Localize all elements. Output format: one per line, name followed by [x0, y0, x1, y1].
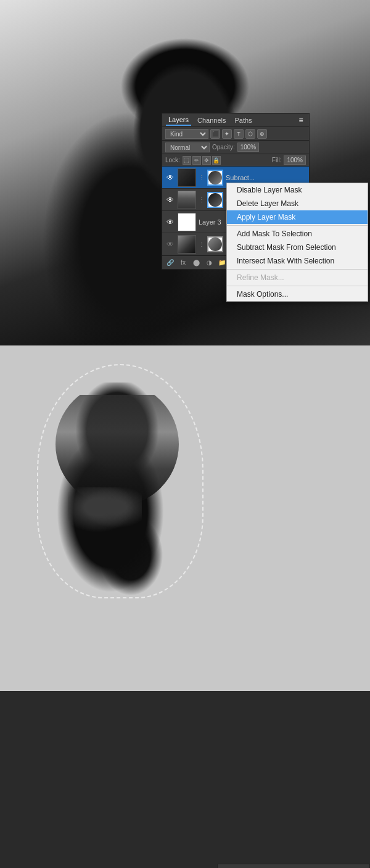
fill-label-top: Fill:	[272, 157, 282, 163]
bottom-dark-area	[0, 691, 370, 868]
layer-thumb-1	[178, 191, 196, 209]
layer-chain-3[interactable]: ⋮	[199, 241, 205, 247]
filter-smart-icon[interactable]: ⊕	[257, 129, 267, 139]
ctx-mask-options[interactable]: Mask Options...	[227, 287, 368, 301]
kind-toolbar-top: Kind ⬛ ✦ T ⬡ ⊕	[162, 127, 309, 141]
lock-pixels-icon[interactable]: ⬚	[183, 156, 191, 165]
top-photo-area: Layers Channels Paths ≡ Kind ⬛ ✦ T ⬡ ⊕ N…	[0, 0, 370, 345]
tab-channels-top[interactable]: Channels	[195, 115, 228, 125]
kind-icon-row-top: ⬛ ✦ T ⬡ ⊕	[210, 129, 267, 139]
lock-paint-icon[interactable]: ✏	[192, 156, 201, 165]
panel-menu-button-top[interactable]: ≡	[297, 116, 305, 125]
ctx-subtract-mask[interactable]: Subtract Mask From Selection	[227, 241, 368, 254]
layer-eye-2[interactable]: 👁	[165, 217, 175, 227]
lock-move-icon[interactable]: ✥	[202, 156, 211, 165]
layer-mask-3[interactable]	[207, 236, 223, 252]
blend-select-top[interactable]: Normal	[165, 143, 210, 152]
layer-thumb-0	[178, 168, 196, 187]
filter-shape-icon[interactable]: ⬡	[245, 129, 255, 139]
lock-all-icon[interactable]: 🔒	[212, 156, 221, 165]
tab-layers-top[interactable]: Layers	[166, 115, 191, 126]
fill-value-top[interactable]: 100%	[284, 155, 306, 165]
link-icon[interactable]: 🔗	[165, 257, 176, 268]
blend-opacity-row-top: Normal Opacity: 100%	[162, 141, 309, 154]
layer-eye-3[interactable]: 👁	[165, 239, 175, 249]
layer-mask-0[interactable]	[207, 170, 223, 186]
fx-icon[interactable]: fx	[178, 257, 189, 268]
layer-thumb-2	[178, 213, 196, 231]
face-features	[68, 487, 142, 537]
mask-icon[interactable]: ⬤	[191, 257, 202, 268]
bottom-photo-area: Layers Channels Paths ≡ Kind ⬛ ✦ T ⬡ ⊕ O…	[0, 345, 370, 868]
tab-layers-bottom[interactable]: Layers	[221, 866, 247, 869]
layers-panel-bottom: Layers Channels Paths ≡ Kind ⬛ ✦ T ⬡ ⊕ O…	[217, 864, 370, 868]
context-menu-top: Disable Layer Mask Delete Layer Mask App…	[226, 183, 368, 302]
filter-type-icon[interactable]: T	[234, 129, 244, 139]
bottom-person-area	[0, 345, 247, 691]
panel-header-top: Layers Channels Paths ≡	[162, 114, 309, 127]
filter-pixel-icon[interactable]: ⬛	[210, 129, 220, 139]
layer-eye-1[interactable]: 👁	[165, 195, 175, 205]
filter-adjust-icon[interactable]: ✦	[222, 129, 232, 139]
ctx-delete-mask[interactable]: Delete Layer Mask	[227, 197, 368, 210]
ctx-sep-1	[227, 225, 368, 226]
layer-label-0: Subract...	[226, 174, 306, 181]
layer-thumb-3	[178, 235, 196, 254]
tab-paths-top[interactable]: Paths	[232, 115, 255, 125]
lock-icons-top: ⬚ ✏ ✥ 🔒	[183, 156, 221, 165]
adjustment-icon[interactable]: ◑	[204, 257, 215, 268]
layer-eye-0[interactable]: 👁	[165, 173, 175, 183]
lock-label-top: Lock:	[165, 157, 180, 163]
ctx-intersect-mask[interactable]: Intersect Mask With Selection	[227, 254, 368, 268]
ctx-apply-mask[interactable]: Apply Layer Mask	[227, 210, 368, 224]
ctx-add-mask-selection[interactable]: Add Mask To Selection	[227, 227, 368, 241]
ctx-refine-mask: Refine Mask...	[227, 271, 368, 284]
layer-chain-1[interactable]: ⋮	[199, 196, 205, 203]
opacity-label-top: Opacity:	[212, 144, 235, 151]
panel-header-bottom: Layers Channels Paths ≡	[218, 864, 369, 868]
tab-channels-bottom[interactable]: Channels	[250, 866, 284, 869]
layer-mask-1[interactable]	[207, 192, 223, 208]
tab-paths-bottom[interactable]: Paths	[288, 866, 310, 869]
ctx-sep-2	[227, 269, 368, 270]
kind-select-top[interactable]: Kind	[165, 129, 208, 139]
ctx-disable-mask[interactable]: Disable Layer Mask	[227, 183, 368, 197]
ctx-sep-3	[227, 286, 368, 286]
lock-fill-row-top: Lock: ⬚ ✏ ✥ 🔒 Fill: 100%	[162, 154, 309, 167]
layer-chain-0[interactable]: ⋮	[199, 174, 205, 181]
opacity-value-top[interactable]: 100%	[237, 143, 260, 152]
